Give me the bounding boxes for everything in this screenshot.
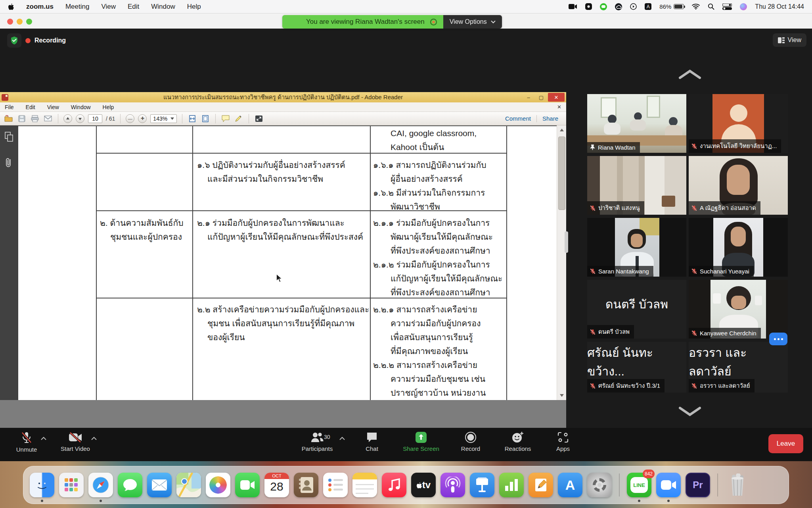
print-icon[interactable] <box>30 114 40 123</box>
zoom-in-icon[interactable]: ✚ <box>138 114 147 123</box>
dock-facetime-icon[interactable] <box>235 473 260 497</box>
menu-item-edit[interactable]: Edit <box>128 3 139 11</box>
scroll-down-icon[interactable] <box>559 392 565 398</box>
participant-tile-ngan-technology[interactable]: งานเทคโนโลยี วิทยาลัยนาฏ... <box>689 94 788 153</box>
dock-pages-icon[interactable] <box>529 473 553 497</box>
dock-notes-icon[interactable] <box>352 473 377 497</box>
dock-launchpad-icon[interactable] <box>59 473 84 497</box>
dock-trash-icon[interactable] <box>725 473 750 497</box>
unmute-button[interactable]: Unmute <box>5 431 48 453</box>
reader-menu-view[interactable]: View <box>47 104 59 110</box>
translate-a-icon[interactable]: A <box>645 3 651 10</box>
zoom-level-select[interactable]: 143% <box>150 114 177 123</box>
play-circle-icon[interactable] <box>630 3 637 10</box>
menu-item-help[interactable]: Help <box>187 3 201 11</box>
participant-tile-natthathida[interactable]: A ณัฏฐธิดา อ่อนสอาด <box>689 156 788 215</box>
dock-maps-icon[interactable] <box>176 473 201 497</box>
reader-menu-help[interactable]: Help <box>103 104 114 110</box>
participant-tile-saran[interactable]: Saran Nantakwang <box>587 218 686 277</box>
scroll-up-icon[interactable] <box>559 127 565 133</box>
security-shield-icon[interactable] <box>7 33 21 48</box>
menu-item-view[interactable]: View <box>101 3 116 11</box>
reader-scrollbar[interactable] <box>557 125 566 400</box>
comment-bubble-icon[interactable] <box>221 114 230 123</box>
save-icon[interactable] <box>17 114 27 123</box>
reader-minimize-button[interactable]: – <box>523 93 534 101</box>
dock-finder-icon[interactable] <box>30 473 54 497</box>
menu-item-window[interactable]: Window <box>151 3 175 11</box>
dock-zoom-icon[interactable] <box>656 473 681 497</box>
menu-app-name[interactable]: zoom.us <box>26 3 54 11</box>
black-capsule-icon[interactable] <box>585 3 592 10</box>
page-up-icon[interactable] <box>63 114 72 123</box>
chevron-up-icon[interactable] <box>40 437 47 441</box>
dock-podcasts-icon[interactable] <box>440 473 465 497</box>
reader-menu-close-icon[interactable]: ✕ <box>557 104 561 110</box>
view-layout-button[interactable]: View <box>773 33 806 47</box>
dock-contacts-icon[interactable] <box>294 473 318 497</box>
participant-tile-suchanari[interactable]: Suchanari Yueayai <box>689 218 788 277</box>
view-options-button[interactable]: View Options <box>443 15 502 29</box>
participants-button[interactable]: Participants 30 <box>295 431 339 452</box>
dock-photos-icon[interactable] <box>206 473 230 497</box>
panel-divider-handle[interactable] <box>565 231 568 253</box>
leave-button[interactable]: Leave <box>768 434 803 453</box>
chevron-up-icon[interactable] <box>91 437 97 441</box>
reader-titlebar[interactable]: แนวทางการประเมินสมรรถนะทางวิชาชีพครู ด้า… <box>0 92 566 102</box>
page-down-icon[interactable] <box>76 114 84 123</box>
dock-line-icon[interactable]: LINE 842 <box>627 473 651 497</box>
dock-safari-icon[interactable] <box>88 473 113 497</box>
email-icon[interactable] <box>43 114 53 123</box>
comment-link[interactable]: Comment <box>505 115 531 122</box>
wifi-icon[interactable] <box>692 4 700 10</box>
line-icon[interactable] <box>600 3 607 10</box>
highlight-icon[interactable] <box>234 114 243 123</box>
reader-close-button[interactable]: ✕ <box>548 93 565 102</box>
dock-music-icon[interactable] <box>382 473 406 497</box>
zoom-window-button[interactable] <box>26 19 32 25</box>
reader-menu-window[interactable]: Window <box>71 104 91 110</box>
dock-calendar-icon[interactable]: OCT 28 <box>264 473 289 497</box>
zoom-out-icon[interactable]: — <box>126 114 134 123</box>
chevron-down-icon[interactable] <box>678 406 702 418</box>
reader-menu-file[interactable]: File <box>5 104 14 110</box>
page-number-input[interactable]: 10 <box>88 114 102 123</box>
participant-tile-dontri[interactable]: ดนตรี บัวลพ ดนตรี บัวลพ <box>587 280 686 339</box>
close-window-button[interactable] <box>7 19 13 25</box>
menu-item-meeting[interactable]: Meeting <box>65 3 89 11</box>
share-link[interactable]: Share <box>542 115 558 122</box>
attachments-clip-icon[interactable] <box>5 157 13 168</box>
fullscreen-icon[interactable] <box>254 114 264 123</box>
dock-reminders-icon[interactable] <box>323 473 348 497</box>
participant-tile-parichat[interactable]: ปาริชาติ แสงหนู <box>587 156 686 215</box>
dock-premiere-icon[interactable]: Pr <box>686 473 710 497</box>
apps-button[interactable]: Apps <box>541 431 585 452</box>
creative-cloud-icon[interactable] <box>615 3 622 10</box>
control-center-icon[interactable] <box>722 4 732 10</box>
dock-appstore-icon[interactable]: A <box>558 473 582 497</box>
open-icon[interactable] <box>4 114 13 123</box>
dock-keynote-icon[interactable] <box>470 473 494 497</box>
fit-page-icon[interactable] <box>201 114 210 123</box>
page-thumbnails-icon[interactable] <box>5 132 13 142</box>
reader-menu-edit[interactable]: Edit <box>26 104 35 110</box>
siri-icon[interactable] <box>740 3 747 10</box>
chevron-up-icon[interactable] <box>339 437 345 441</box>
dock-appletv-icon[interactable]: tv <box>411 473 436 497</box>
start-video-button[interactable]: Start Video <box>54 431 97 452</box>
minimize-window-button[interactable] <box>17 19 23 25</box>
fit-width-icon[interactable] <box>188 114 197 123</box>
chat-button[interactable]: Chat <box>350 431 394 452</box>
video-camera-icon[interactable] <box>569 4 577 10</box>
chevron-up-icon[interactable] <box>678 68 702 80</box>
scrollbar-thumb[interactable] <box>558 137 565 210</box>
spotlight-search-icon[interactable] <box>708 3 714 10</box>
participant-tile-kanyawee[interactable]: Kanyawee Cherdchin <box>689 280 788 339</box>
share-screen-button[interactable]: Share Screen <box>399 431 443 452</box>
participant-tile-orawara[interactable]: อรวรา และลดาวัลย์ อรวรา และลดาวัลย์ <box>689 342 788 393</box>
dock-mail-icon[interactable] <box>147 473 172 497</box>
menu-clock[interactable]: Thu 28 Oct 14:44 <box>755 3 804 10</box>
dock-systempreferences-icon[interactable] <box>587 473 612 497</box>
participant-tile-riana-wadtan[interactable]: Riana Wadtan <box>587 94 686 153</box>
apple-logo-icon[interactable] <box>8 3 14 10</box>
